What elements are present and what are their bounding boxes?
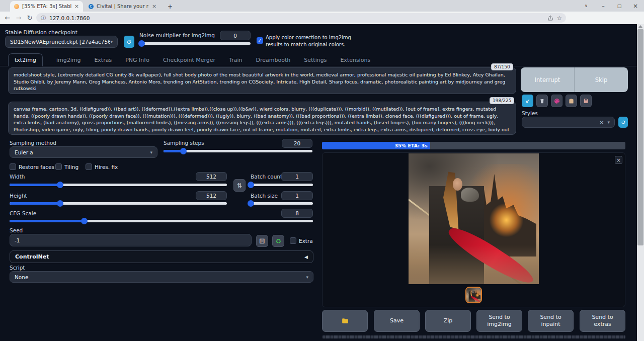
swap-arrows-icon: ⇅: [237, 182, 242, 189]
gallery-thumbnail[interactable]: [465, 287, 482, 303]
prompt-tool-row: ↙: [522, 95, 592, 107]
slider-handle[interactable]: [57, 200, 63, 207]
dice-icon: ⚄: [259, 237, 265, 245]
prompt-textarea[interactable]: modelshoot style, (extremely detailed CG…: [8, 67, 516, 94]
plus-icon: +: [168, 3, 173, 10]
clear-prompt-button[interactable]: [536, 95, 548, 107]
batch-count-slider[interactable]: [251, 184, 313, 186]
page-scrollbar[interactable]: [637, 24, 644, 341]
slider-handle[interactable]: [180, 148, 187, 154]
site-info-icon[interactable]: ⓘ: [41, 15, 46, 22]
height-slider[interactable]: [10, 202, 227, 205]
controlnet-accordion[interactable]: ControlNet ◀: [10, 250, 313, 263]
refresh-styles-button[interactable]: [618, 117, 628, 128]
apply-style-button[interactable]: [566, 95, 577, 107]
send-to-extras-button[interactable]: Send to extras: [580, 310, 625, 332]
script-label: Script: [10, 265, 25, 271]
browser-tab-stable-diffusion[interactable]: [35% ETA: 3s] Stable Diffusion ×: [10, 1, 83, 12]
sampling-steps-slider[interactable]: [164, 150, 312, 152]
window-maximize-button[interactable]: □: [612, 0, 627, 12]
extra-seed-checkbox[interactable]: [290, 237, 296, 244]
window-chevron-icon[interactable]: ∨: [579, 0, 594, 12]
scrollbar-thumb[interactable]: [637, 29, 643, 245]
negative-prompt-textarea[interactable]: canvas frame, cartoon, 3d, ((disfigured)…: [8, 102, 516, 135]
tab-dreambooth[interactable]: Dreambooth: [256, 54, 291, 66]
share-icon[interactable]: [547, 15, 553, 21]
slider-handle[interactable]: [248, 200, 254, 207]
close-tab-icon[interactable]: ×: [151, 3, 157, 10]
sampling-method-dropdown[interactable]: Euler a ▾: [10, 146, 157, 158]
extra-seed-option[interactable]: Extra: [290, 237, 313, 244]
styles-dropdown[interactable]: × ▾: [522, 117, 615, 128]
back-icon[interactable]: ←: [2, 14, 13, 22]
scrollbar-up-arrow[interactable]: [638, 25, 642, 28]
swap-dimensions-button[interactable]: ⇅: [233, 179, 246, 192]
tab-extras[interactable]: Extras: [94, 54, 112, 66]
interrupt-button[interactable]: Interrupt: [521, 67, 575, 92]
restore-faces-option[interactable]: Restore faces: [10, 163, 54, 170]
batch-size-slider[interactable]: [251, 202, 313, 205]
close-preview-button[interactable]: ×: [615, 156, 622, 164]
address-bar[interactable]: ⓘ 127.0.0.1:7860 ☆: [36, 13, 566, 23]
controlnet-label: ControlNet: [15, 253, 49, 260]
width-slider[interactable]: [10, 184, 227, 186]
seed-input[interactable]: -1: [10, 234, 252, 246]
sampling-steps-value[interactable]: 20: [282, 139, 312, 148]
tab-png-info[interactable]: PNG Info: [125, 54, 149, 66]
chevron-down-icon: ▾: [110, 39, 113, 44]
random-seed-button[interactable]: ⚄: [256, 235, 268, 247]
batch-count-value[interactable]: 1: [281, 172, 313, 181]
cfg-scale-slider[interactable]: [10, 220, 313, 222]
accordion-collapsed-icon: ◀: [304, 254, 308, 260]
forward-icon[interactable]: →: [13, 14, 24, 22]
sampling-method-value: Euler a: [15, 149, 33, 155]
tab-settings[interactable]: Settings: [304, 54, 327, 66]
slider-handle[interactable]: [138, 40, 145, 47]
slider-handle[interactable]: [57, 182, 63, 188]
browser-tab-civitai[interactable]: C Civitai | Share your models ×: [85, 1, 161, 12]
hires-fix-checkbox[interactable]: [86, 163, 92, 170]
slider-handle[interactable]: [248, 182, 254, 188]
reuse-seed-button[interactable]: ♻: [272, 235, 284, 247]
batch-size-value[interactable]: 1: [281, 191, 313, 200]
noise-multiplier-value[interactable]: 0: [220, 31, 251, 40]
color-correction-checkbox[interactable]: ✓: [257, 37, 263, 44]
tiling-option[interactable]: Tiling: [55, 163, 78, 170]
preview-image[interactable]: [409, 153, 539, 284]
gradio-favicon: [14, 4, 19, 9]
close-tab-icon[interactable]: ×: [74, 3, 79, 10]
restore-faces-checkbox[interactable]: [10, 163, 16, 170]
save-style-button[interactable]: [580, 95, 592, 107]
hires-fix-option[interactable]: Hires. fix: [86, 163, 118, 170]
tab-extensions[interactable]: Extensions: [340, 54, 370, 66]
noise-multiplier-slider[interactable]: [141, 42, 251, 45]
clear-styles-icon[interactable]: ×: [599, 119, 604, 126]
open-folder-button[interactable]: [322, 310, 368, 332]
window-minimize-button[interactable]: –: [596, 0, 611, 12]
url-text: 127.0.0.1:7860: [49, 15, 90, 21]
paste-params-button[interactable]: ↙: [522, 95, 533, 107]
send-to-img2img-button[interactable]: Send to img2img: [476, 310, 522, 332]
send-to-inpaint-button[interactable]: Send to inpaint: [528, 310, 574, 332]
reload-icon[interactable]: ↻: [24, 14, 35, 22]
tiling-checkbox[interactable]: [55, 163, 62, 170]
zip-button[interactable]: Zip: [425, 310, 471, 332]
tab-train[interactable]: Train: [229, 54, 242, 66]
height-value[interactable]: 512: [196, 191, 227, 200]
script-dropdown[interactable]: None ▾: [10, 271, 313, 283]
new-tab-button[interactable]: +: [165, 1, 175, 12]
skip-button[interactable]: Skip: [575, 67, 628, 92]
hires-fix-label: Hires. fix: [95, 164, 118, 170]
checkpoint-dropdown[interactable]: SD15NewVAEpruned.ckpt [27a4ac756c] ▾: [5, 36, 118, 48]
tab-checkpoint-merger[interactable]: Checkpoint Merger: [163, 54, 215, 66]
bookmark-star-icon[interactable]: ☆: [556, 15, 562, 22]
tab-txt2img[interactable]: txt2img: [8, 53, 43, 66]
slider-handle[interactable]: [81, 218, 88, 224]
tab-img2img[interactable]: img2img: [56, 54, 81, 66]
extra-networks-button[interactable]: [551, 95, 562, 107]
cfg-scale-value[interactable]: 8: [281, 209, 313, 218]
window-close-button[interactable]: ×: [628, 0, 643, 12]
save-button[interactable]: Save: [374, 310, 420, 332]
refresh-checkpoint-button[interactable]: [124, 36, 134, 48]
width-value[interactable]: 512: [196, 172, 227, 181]
